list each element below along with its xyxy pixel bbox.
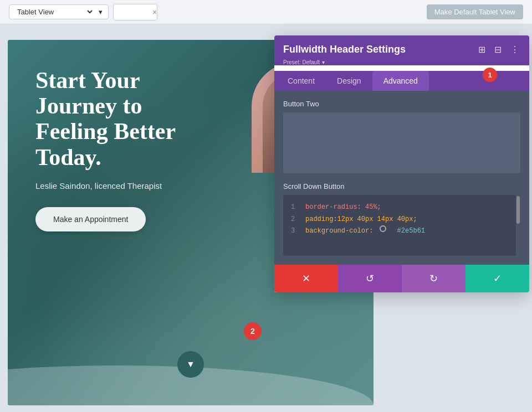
color-circle — [380, 225, 386, 232]
code-line-3: 3 background-color: #2e5b61 — [291, 225, 513, 238]
view-dropdown[interactable]: Tablet View — [15, 7, 94, 17]
badge-1: 1 — [483, 68, 497, 82]
code-text-1: border-radius: 45%; — [305, 202, 381, 214]
panel-title: Fullwidth Header Settings — [283, 44, 406, 55]
fullscreen-icon[interactable]: ⊞ — [477, 43, 487, 56]
settings-panel: Fullwidth Header Settings ⊞ ⊟ ⋮ Preset: … — [274, 35, 529, 292]
panel-header-top: Fullwidth Header Settings ⊞ ⊟ ⋮ — [283, 43, 520, 56]
code-text-2: padding:12px 40px 14px 40px; — [305, 214, 417, 226]
code-text-3: background-color: — [305, 225, 373, 238]
button-two-label: Button Two — [283, 100, 520, 108]
tab-design[interactable]: Design — [326, 71, 372, 91]
scroll-down-label: Scroll Down Button — [283, 182, 520, 190]
hero-subtitle: Leslie Saindon, licenced Therapist — [35, 181, 213, 190]
code-line-1: 1 border-radius: 45%; — [291, 202, 513, 214]
tab-advanced[interactable]: Advanced — [372, 71, 429, 91]
scroll-down-section: Scroll Down Button 1 border-radius: 45%;… — [283, 182, 520, 256]
preset-arrow: ▾ — [322, 59, 325, 65]
scroll-down-button[interactable] — [177, 351, 204, 378]
view-select[interactable]: Tablet View ▾ — [9, 4, 109, 19]
code-color-value: #2e5b61 — [393, 225, 425, 238]
line-num-3: 3 — [291, 225, 299, 238]
panel-header: Fullwidth Header Settings ⊞ ⊟ ⋮ Preset: … — [274, 35, 529, 65]
dropdown-arrow: ▾ — [99, 8, 103, 16]
px-input[interactable]: 768px × — [113, 4, 157, 20]
line-num-1: 1 — [291, 202, 299, 214]
canvas-area: Start Your Journey to Feeling Better Tod… — [0, 24, 532, 412]
save-button[interactable]: ✓ — [466, 265, 529, 292]
button-two-area[interactable] — [283, 112, 520, 173]
px-field[interactable]: 768px — [119, 8, 146, 16]
panel-preset[interactable]: Preset: Default ▾ — [283, 59, 520, 65]
code-editor[interactable]: 1 border-radius: 45%; 2 padding:12px 40p… — [283, 195, 520, 256]
make-appointment-button[interactable]: Make an Appointment — [35, 207, 146, 231]
reset-button[interactable]: ↺ — [338, 265, 402, 292]
make-default-btn[interactable]: Make Default Tablet View — [427, 4, 523, 19]
close-px-btn[interactable]: × — [150, 7, 159, 18]
code-scrollbar[interactable] — [516, 195, 520, 256]
more-options-icon[interactable]: ⋮ — [509, 43, 520, 56]
cancel-button[interactable]: ✕ — [274, 265, 338, 292]
tab-content[interactable]: Content — [277, 71, 326, 91]
top-toolbar: Tablet View ▾ 768px × Make Default Table… — [0, 0, 532, 24]
code-scrollbar-thumb[interactable] — [516, 196, 520, 224]
badge-2: 2 — [244, 322, 262, 340]
hero-title: Start Your Journey to Feeling Better Tod… — [35, 68, 213, 170]
panel-header-actions: ⊞ ⊟ ⋮ — [477, 43, 520, 56]
line-num-2: 2 — [291, 214, 299, 226]
columns-icon[interactable]: ⊟ — [493, 43, 503, 56]
hero-content: Start Your Journey to Feeling Better Tod… — [35, 68, 213, 231]
panel-content: Button Two Scroll Down Button 1 border-r… — [274, 91, 529, 265]
code-line-2: 2 padding:12px 40px 14px 40px; — [291, 214, 513, 226]
panel-footer: ✕ ↺ ↻ ✓ — [274, 265, 529, 292]
redo-button[interactable]: ↻ — [402, 265, 466, 292]
